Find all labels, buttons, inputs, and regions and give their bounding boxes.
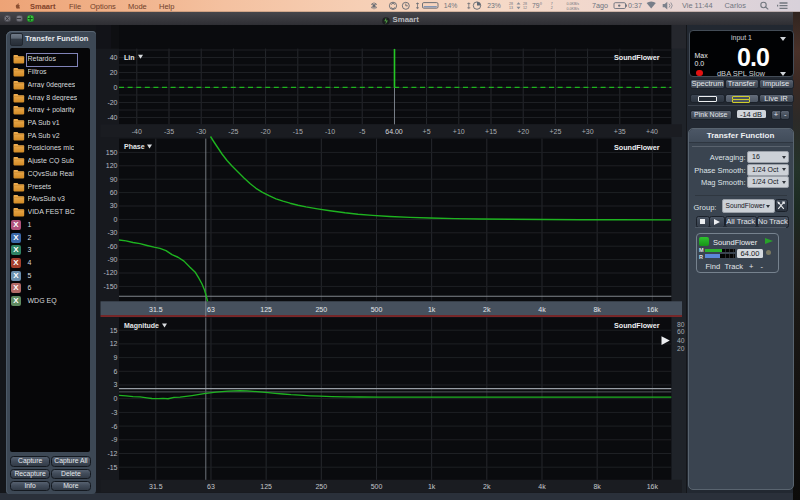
svg-text:SoundFlower: SoundFlower <box>614 143 660 152</box>
svg-text:-25: -25 <box>228 128 238 135</box>
svg-text:40: 40 <box>677 337 685 344</box>
svg-text:80: 80 <box>677 321 685 328</box>
svg-text:3: 3 <box>114 381 118 388</box>
svg-text:0.0KB/s: 0.0KB/s <box>567 2 580 6</box>
svg-text:40: 40 <box>110 54 118 61</box>
svg-text:-15: -15 <box>107 464 117 471</box>
svg-text:-20: -20 <box>261 128 271 135</box>
svg-text:63: 63 <box>207 483 215 490</box>
svg-text:SoundFlower: SoundFlower <box>614 53 660 62</box>
svg-text:SoundFlower: SoundFlower <box>614 321 660 330</box>
svg-text:28: 28 <box>509 2 513 6</box>
svg-text:9: 9 <box>114 354 118 361</box>
svg-text:63: 63 <box>207 306 215 313</box>
svg-text:0.0KB/s: 0.0KB/s <box>567 7 580 11</box>
svg-text:16k: 16k <box>647 483 659 490</box>
svg-text:0: 0 <box>114 216 118 223</box>
svg-text:120: 120 <box>106 162 118 169</box>
svg-text:79°: 79° <box>532 2 543 9</box>
svg-text:16k: 16k <box>647 306 659 313</box>
svg-text:+15: +15 <box>485 128 497 135</box>
svg-text:+20: +20 <box>517 128 529 135</box>
svg-text:31.5: 31.5 <box>149 306 163 313</box>
svg-text:2k: 2k <box>483 483 491 490</box>
svg-text:-150: -150 <box>103 283 117 290</box>
svg-text:64.00: 64.00 <box>385 128 403 135</box>
svg-text:-60: -60 <box>107 243 117 250</box>
svg-text:12: 12 <box>110 340 118 347</box>
svg-text:500: 500 <box>371 483 383 490</box>
svg-text:4k: 4k <box>538 306 546 313</box>
svg-text:-120: -120 <box>103 269 117 276</box>
svg-text:125: 125 <box>260 483 272 490</box>
svg-text:150: 150 <box>106 149 118 156</box>
svg-text:+40: +40 <box>646 128 658 135</box>
svg-text:-35: -35 <box>164 128 174 135</box>
svg-text:15: 15 <box>110 327 118 334</box>
svg-text:0: 0 <box>114 84 118 91</box>
svg-text:20: 20 <box>110 69 118 76</box>
svg-text:20: 20 <box>677 345 685 352</box>
svg-text:8k: 8k <box>593 306 601 313</box>
svg-text:23%: 23% <box>487 2 501 9</box>
svg-text:-3: -3 <box>111 409 117 416</box>
svg-text:+30: +30 <box>582 128 594 135</box>
svg-text:8k: 8k <box>593 483 601 490</box>
svg-text:30: 30 <box>110 202 118 209</box>
svg-text:-6: -6 <box>111 423 117 430</box>
svg-text:31.5: 31.5 <box>149 483 163 490</box>
svg-text:250: 250 <box>315 306 327 313</box>
svg-text:-30: -30 <box>107 229 117 236</box>
svg-text:Phase: Phase <box>124 143 145 150</box>
svg-text:7ago: 7ago <box>592 1 608 10</box>
svg-text:7: 7 <box>551 2 553 6</box>
svg-text:Vie 11:44: Vie 11:44 <box>682 1 713 10</box>
svg-text:12: 12 <box>523 6 527 10</box>
svg-text:-15: -15 <box>293 128 303 135</box>
svg-text:+35: +35 <box>614 128 626 135</box>
svg-text:-12: -12 <box>107 450 117 457</box>
svg-text:-40: -40 <box>107 114 117 121</box>
svg-text:4k: 4k <box>538 483 546 490</box>
svg-text:500: 500 <box>371 306 383 313</box>
svg-text:-5: -5 <box>359 128 365 135</box>
svg-text:2k: 2k <box>483 306 491 313</box>
svg-text:28: 28 <box>523 2 527 6</box>
svg-text:0:37: 0:37 <box>628 1 642 10</box>
svg-text:Magnitude: Magnitude <box>124 322 159 330</box>
svg-text:1k: 1k <box>428 306 436 313</box>
svg-text:250: 250 <box>315 483 327 490</box>
svg-text:Lin: Lin <box>124 54 135 61</box>
svg-text:90: 90 <box>110 176 118 183</box>
svg-text:1k: 1k <box>428 483 436 490</box>
svg-text:14%: 14% <box>444 2 458 9</box>
svg-text:6: 6 <box>114 368 118 375</box>
svg-text:13: 13 <box>509 6 513 10</box>
svg-text:2: 2 <box>551 6 553 10</box>
svg-text:-20: -20 <box>107 99 117 106</box>
svg-text:0: 0 <box>114 395 118 402</box>
svg-text:+10: +10 <box>453 128 465 135</box>
svg-text:60: 60 <box>110 189 118 196</box>
svg-text:-10: -10 <box>325 128 335 135</box>
svg-text:Carlos: Carlos <box>725 1 747 10</box>
svg-text:60: 60 <box>677 328 685 335</box>
svg-text:-90: -90 <box>107 256 117 263</box>
svg-text:-9: -9 <box>111 436 117 443</box>
svg-text:+5: +5 <box>423 128 431 135</box>
svg-text:125: 125 <box>260 306 272 313</box>
svg-text:-30: -30 <box>196 128 206 135</box>
svg-text:+25: +25 <box>549 128 561 135</box>
svg-text:-40: -40 <box>132 128 142 135</box>
